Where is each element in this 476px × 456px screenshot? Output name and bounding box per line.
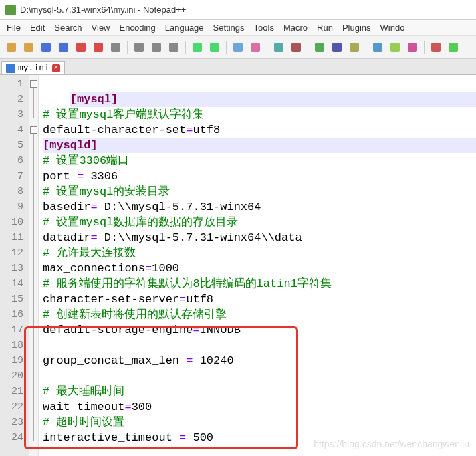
menu-encoding[interactable]: Encoding — [120, 23, 156, 33]
menu-search[interactable]: Search — [54, 23, 82, 33]
line-number: 3 — [0, 107, 23, 122]
save-icon — [6, 64, 15, 73]
menu-tools[interactable]: Tools — [254, 23, 274, 33]
sync-icon[interactable] — [312, 40, 327, 55]
app-icon — [5, 5, 16, 15]
menu-language[interactable]: Language — [165, 23, 204, 33]
toolbar-separator — [308, 41, 308, 54]
open-icon[interactable] — [21, 40, 36, 55]
line-number: 12 — [0, 245, 23, 261]
close-icon[interactable]: × — [52, 64, 60, 72]
code-line[interactable] — [43, 368, 476, 384]
line-number: 6 — [0, 153, 23, 168]
line-number: 1 — [0, 76, 23, 92]
undo-icon[interactable] — [190, 40, 205, 55]
menu-edit[interactable]: Edit — [30, 23, 45, 33]
new-icon[interactable] — [4, 40, 19, 55]
menu-bar: FileEditSearchViewEncodingLanguageSettin… — [0, 20, 476, 36]
line-number: 20 — [0, 368, 23, 384]
print-icon[interactable] — [108, 40, 123, 55]
menu-plugins[interactable]: Plugins — [342, 23, 371, 33]
code-content[interactable]: [mysql]# 设置mysql客户端默认字符集default-characte… — [39, 75, 476, 456]
replace-icon[interactable] — [248, 40, 263, 55]
word-wrap-icon[interactable] — [330, 40, 344, 55]
all-chars-icon[interactable] — [347, 40, 362, 55]
code-line[interactable]: [mysqld] — [43, 138, 476, 153]
code-line[interactable]: datadir= D:\\mysql-5.7.31-winx64\\data — [43, 230, 476, 245]
code-line[interactable]: # 设置mysql数据库的数据的存放目录 — [43, 215, 476, 230]
copy-icon[interactable] — [149, 40, 164, 55]
line-number: 24 — [0, 430, 23, 445]
tab-bar: my.ini × — [0, 59, 476, 75]
zoom-out-icon[interactable] — [289, 40, 304, 55]
toolbar-separator — [267, 41, 267, 54]
code-line[interactable]: [mysql] — [70, 92, 476, 107]
code-line[interactable] — [43, 338, 476, 353]
code-line[interactable]: max_connections=1000 — [43, 261, 476, 276]
fold-toggle-icon[interactable]: − — [30, 80, 37, 88]
line-number: 23 — [0, 415, 23, 430]
line-number: 16 — [0, 307, 23, 322]
line-number: 2 — [0, 92, 23, 107]
code-line[interactable]: basedir= D:\\mysql-5.7.31-winx64 — [43, 199, 476, 215]
save-all-icon[interactable] — [56, 40, 71, 55]
title-bar: D:\mysql-5.7.31-winx64\my.ini - Notepad+… — [0, 0, 476, 20]
menu-windo[interactable]: Windo — [380, 23, 405, 33]
code-line[interactable]: # 设置mysql客户端默认字符集 — [43, 107, 476, 122]
macro-rec-icon[interactable] — [429, 40, 443, 55]
line-number: 5 — [0, 138, 23, 153]
line-number: 4 — [0, 122, 23, 138]
menu-view[interactable]: View — [92, 23, 110, 33]
menu-macro[interactable]: Macro — [283, 23, 308, 33]
line-number: 15 — [0, 292, 23, 307]
zoom-in-icon[interactable] — [271, 40, 286, 55]
code-line[interactable]: default-storage-engine=INNODB — [43, 322, 476, 338]
line-number: 10 — [0, 215, 23, 230]
fold-toggle-icon[interactable]: − — [30, 126, 37, 134]
line-number: 13 — [0, 261, 23, 276]
fold-icon[interactable] — [388, 40, 402, 55]
find-icon[interactable] — [231, 40, 245, 55]
code-line[interactable]: default-character-set=utf8 — [43, 122, 476, 138]
toolbar — [0, 36, 476, 59]
line-number-gutter: 123456789101112131415161718192021222324 — [0, 75, 29, 456]
tab-filename: my.ini — [18, 63, 49, 73]
close-icon[interactable] — [74, 40, 88, 55]
redo-icon[interactable] — [207, 40, 222, 55]
save-icon[interactable] — [39, 40, 53, 55]
close-all-icon[interactable] — [91, 40, 106, 55]
paste-icon[interactable] — [166, 40, 181, 55]
unfold-icon[interactable] — [405, 40, 420, 55]
line-number: 21 — [0, 384, 23, 399]
line-number: 22 — [0, 399, 23, 415]
code-line[interactable]: character-set-server=utf8 — [43, 292, 476, 307]
line-number: 11 — [0, 230, 23, 245]
file-tab[interactable]: my.ini × — [1, 61, 65, 74]
code-line[interactable]: wait_timeout=300 — [43, 399, 476, 415]
code-line[interactable]: # 允许最大连接数 — [43, 245, 476, 261]
code-line[interactable]: # 设置mysql的安装目录 — [43, 184, 476, 199]
code-line[interactable]: # 超时时间设置 — [43, 415, 476, 430]
code-line[interactable]: group_concat_max_len = 10240 — [43, 353, 476, 368]
menu-settings[interactable]: Settings — [213, 23, 245, 33]
editor-area[interactable]: 123456789101112131415161718192021222324 … — [0, 75, 476, 456]
code-line[interactable]: # 最大睡眠时间 — [43, 384, 476, 399]
indent-guide-icon[interactable] — [370, 40, 385, 55]
menu-run[interactable]: Run — [317, 23, 333, 33]
macro-play-icon[interactable] — [446, 40, 461, 55]
menu-file[interactable]: File — [7, 23, 21, 33]
cut-icon[interactable] — [132, 40, 146, 55]
line-number: 9 — [0, 199, 23, 215]
toolbar-separator — [424, 41, 425, 54]
line-number: 7 — [0, 168, 23, 184]
line-number: 18 — [0, 338, 23, 353]
code-line[interactable]: port = 3306 — [43, 168, 476, 184]
toolbar-separator — [127, 41, 128, 54]
toolbar-separator — [185, 41, 186, 54]
code-line[interactable]: # 设置3306端口 — [43, 153, 476, 168]
line-number: 17 — [0, 322, 23, 338]
code-line[interactable]: # 服务端使用的字符集默认为8比特编码的latin1字符集 — [43, 276, 476, 292]
line-number: 14 — [0, 276, 23, 292]
fold-column: −− — [29, 75, 39, 456]
code-line[interactable]: # 创建新表时将使用的默认存储引擎 — [43, 307, 476, 322]
